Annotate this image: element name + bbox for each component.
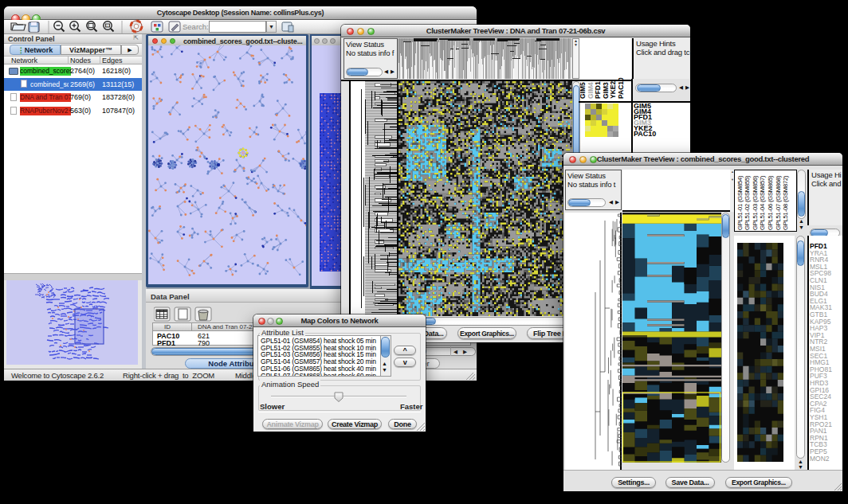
- svg-text:PFD1: PFD1: [594, 81, 602, 99]
- svg-text:GPL51-08 (GSM872): GPL51-08 (GSM872): [782, 175, 789, 230]
- svg-text:GPL51-02 (GSM855): GPL51-02 (GSM855): [744, 175, 751, 230]
- svg-text:1:1: 1:1: [106, 25, 110, 28]
- svg-text:GIM4: GIM4: [587, 82, 595, 99]
- svg-text:Search:: Search:: [183, 22, 209, 31]
- svg-text:GPL51-01 (GSM854): GPL51-01 (GSM854): [736, 175, 744, 230]
- svg-text:GPL51-06 (GSM865): GPL51-06 (GSM865): [767, 175, 774, 230]
- svg-text:GPL51-03 (GSM856): GPL51-03 (GSM856): [752, 175, 759, 230]
- svg-text:GIM3: GIM3: [602, 82, 610, 99]
- svg-text:GPL51-07 (GSM868): GPL51-07 (GSM868): [775, 175, 782, 230]
- svg-text:YKE2: YKE2: [609, 81, 617, 99]
- svg-text:GPL51-04 (GSM857): GPL51-04 (GSM857): [759, 175, 766, 230]
